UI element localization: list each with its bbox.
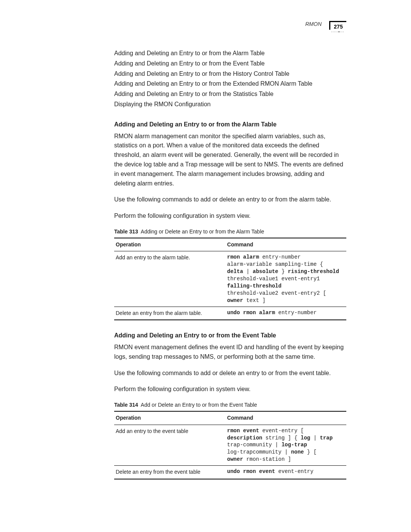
toc-item: Displaying the RMON Configuration bbox=[114, 100, 346, 109]
paragraph: Perform the following configuration in s… bbox=[114, 385, 346, 394]
th-operation: Operation bbox=[114, 411, 226, 425]
cmd-arg: event-entry [ bbox=[259, 428, 304, 434]
cell-command: rmon alarm entry-number alarm-variable s… bbox=[226, 251, 346, 307]
cell-operation: Delete an entry from the event table bbox=[114, 466, 226, 479]
cmd-arg: event-entry bbox=[275, 468, 314, 474]
alarm-table: Operation Command Add an entry to the al… bbox=[114, 238, 346, 321]
main-content: Adding and Deleting an Entry to or from … bbox=[114, 49, 346, 479]
table-row: Delete an entry from the event table und… bbox=[114, 466, 346, 479]
header-section-title: RMON bbox=[305, 21, 322, 27]
table-header-row: Operation Command bbox=[114, 238, 346, 251]
table-caption: Table 313 Adding or Delete an Entry to o… bbox=[114, 228, 346, 236]
cell-command: undo rmon event event-entry bbox=[226, 466, 346, 479]
toc-item: Adding and Deleting an Entry to or from … bbox=[114, 59, 346, 69]
cmd-arg: alarm-variable sampling-time { bbox=[227, 261, 323, 267]
th-command: Command bbox=[226, 411, 346, 425]
paragraph: Use the following commands to add or del… bbox=[114, 195, 346, 204]
cmd-keyword: falling-threshold bbox=[227, 283, 282, 289]
table-row: Add an entry to the event table rmon eve… bbox=[114, 425, 346, 465]
table-number: Table 313 bbox=[114, 228, 138, 235]
toc-item: Adding and Deleting an Entry to or from … bbox=[114, 89, 346, 99]
paragraph: RMON event management defines the event … bbox=[114, 343, 346, 362]
cmd-sep: } [ bbox=[304, 449, 317, 455]
cmd-arg: trap-community | bbox=[227, 442, 282, 448]
cmd-arg: threshold-value1 event-entry1 bbox=[227, 276, 320, 282]
table-header-row: Operation Command bbox=[114, 411, 346, 425]
table-number: Table 314 bbox=[114, 402, 138, 408]
cmd-arg: string ] { bbox=[262, 435, 301, 441]
cmd-keyword: description bbox=[227, 435, 262, 441]
cmd-sep: | bbox=[310, 435, 320, 441]
toc-item: Adding and Deleting an Entry to or from … bbox=[114, 79, 346, 89]
th-operation: Operation bbox=[114, 238, 226, 251]
cell-command: undo rmon alarm entry-number bbox=[226, 307, 346, 320]
paragraph: RMON alarm management can monitor the sp… bbox=[114, 132, 346, 189]
cmd-arg: entry-number bbox=[259, 254, 301, 260]
cmd-arg: text ] bbox=[243, 297, 266, 304]
cmd-arg: threshold-value2 event-entry2 [ bbox=[227, 290, 326, 296]
section-heading-event: Adding and Deleting an Entry to or from … bbox=[114, 331, 346, 340]
paragraph: Use the following commands to add or del… bbox=[114, 369, 346, 378]
cmd-sep: } bbox=[278, 268, 288, 275]
cell-operation: Add an entry to the alarm table. bbox=[114, 251, 226, 307]
section-heading-alarm: Adding and Deleting an Entry to or from … bbox=[114, 120, 346, 129]
cell-operation: Add an entry to the event table bbox=[114, 425, 226, 465]
table-caption: Table 314 Add or Delete an Entry to or f… bbox=[114, 401, 346, 409]
page-number-box: 275 ·····•··· bbox=[329, 21, 346, 34]
cmd-keyword: undo rmon event bbox=[227, 468, 275, 474]
table-row: Delete an entry from the alarm table. un… bbox=[114, 307, 346, 320]
cmd-keyword: none bbox=[291, 449, 304, 455]
table-title: Add or Delete an Entry to or from the Ev… bbox=[141, 402, 257, 408]
cell-command: rmon event event-entry [ description str… bbox=[226, 425, 346, 465]
cmd-keyword: owner bbox=[227, 456, 243, 462]
cmd-keyword: log bbox=[301, 435, 310, 441]
cmd-keyword: rmon alarm bbox=[227, 254, 259, 260]
cmd-arg: entry-number bbox=[275, 310, 317, 316]
table-title: Adding or Delete an Entry to or from the… bbox=[141, 228, 264, 235]
table-row: Add an entry to the alarm table. rmon al… bbox=[114, 251, 346, 307]
cmd-keyword: log-trap bbox=[282, 442, 307, 448]
cmd-keyword: trap bbox=[320, 435, 333, 441]
cmd-keyword: delta bbox=[227, 268, 243, 275]
toc-item: Adding and Deleting an Entry to or from … bbox=[114, 49, 346, 58]
cmd-keyword: undo rmon alarm bbox=[227, 310, 275, 316]
cmd-keyword: rmon event bbox=[227, 428, 259, 434]
dots-icon: ·····•··· bbox=[331, 30, 344, 34]
paragraph: Perform the following configuration in s… bbox=[114, 211, 346, 221]
cmd-keyword: absolute bbox=[253, 268, 278, 275]
page-number: 275 bbox=[329, 21, 346, 30]
cmd-keyword: owner bbox=[227, 297, 243, 304]
th-command: Command bbox=[226, 238, 346, 251]
toc-item: Adding and Deleting an Entry to or from … bbox=[114, 69, 346, 79]
page-header: RMON 275 ·····•··· bbox=[65, 21, 346, 34]
cell-operation: Delete an entry from the alarm table. bbox=[114, 307, 226, 320]
event-table: Operation Command Add an entry to the ev… bbox=[114, 411, 346, 479]
cmd-arg: log-trapcommunity | bbox=[227, 449, 291, 455]
cmd-keyword: rising-threshold bbox=[288, 268, 339, 275]
page-container: RMON 275 ·····•··· Adding and Deleting a… bbox=[0, 0, 411, 510]
cmd-arg: rmon-station ] bbox=[243, 456, 291, 462]
cmd-sep: | bbox=[243, 268, 253, 275]
